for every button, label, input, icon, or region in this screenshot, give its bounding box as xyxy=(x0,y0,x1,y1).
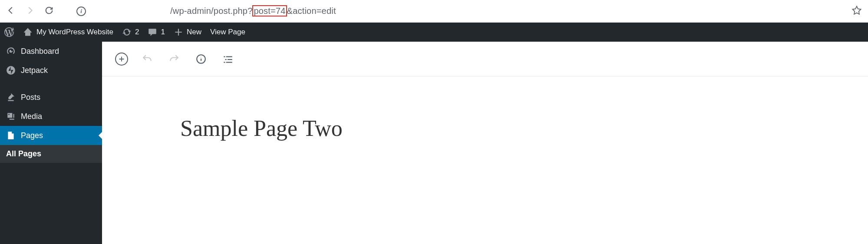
site-info-icon[interactable]: i xyxy=(76,7,86,16)
svg-rect-6 xyxy=(228,59,232,60)
view-page-link[interactable]: View Page xyxy=(210,28,245,36)
forward-button[interactable] xyxy=(25,6,35,17)
sidebar-item-dashboard[interactable]: Dashboard xyxy=(0,42,102,61)
svg-rect-5 xyxy=(225,59,227,60)
editor-toolbar xyxy=(102,42,868,76)
sidebar-item-media[interactable]: Media xyxy=(0,107,102,126)
back-button[interactable] xyxy=(6,6,16,17)
new-content-link[interactable]: New xyxy=(174,27,201,37)
svg-rect-7 xyxy=(224,62,225,63)
sidebar-submenu-all-pages[interactable]: All Pages xyxy=(0,145,102,163)
post-title[interactable]: Sample Page Two xyxy=(180,115,790,141)
url-text: /wp-admin/post.php?post=74&action=edit xyxy=(170,6,336,16)
admin-sidebar: Dashboard Jetpack Posts Media Pages All … xyxy=(0,42,102,244)
reload-button[interactable] xyxy=(44,6,54,17)
svg-point-0 xyxy=(7,66,15,75)
site-title-text: My WordPress Website xyxy=(36,28,113,36)
sidebar-item-pages[interactable]: Pages xyxy=(0,126,102,145)
svg-rect-4 xyxy=(226,56,232,57)
sidebar-item-posts[interactable]: Posts xyxy=(0,88,102,107)
block-editor: Sample Page Two xyxy=(102,42,868,244)
sidebar-label: Jetpack xyxy=(21,66,48,75)
wp-admin-bar: My WordPress Website 2 1 New View Page xyxy=(0,23,868,42)
svg-point-1 xyxy=(8,114,10,115)
new-label: New xyxy=(187,28,201,36)
sidebar-label: Dashboard xyxy=(21,47,59,56)
undo-button[interactable] xyxy=(139,51,155,67)
block-navigation-button[interactable] xyxy=(220,51,236,67)
comments-count: 1 xyxy=(161,28,165,36)
svg-rect-8 xyxy=(226,62,232,63)
svg-rect-3 xyxy=(224,56,225,57)
content-info-button[interactable] xyxy=(193,51,209,67)
updates-count: 2 xyxy=(135,28,139,36)
sidebar-item-jetpack[interactable]: Jetpack xyxy=(0,61,102,80)
site-title-link[interactable]: My WordPress Website xyxy=(23,27,113,37)
view-page-label: View Page xyxy=(210,28,245,36)
add-block-button[interactable] xyxy=(115,53,128,66)
redo-button[interactable] xyxy=(166,51,182,67)
address-bar[interactable]: i /wp-admin/post.php?post=74&action=edit xyxy=(63,6,842,16)
bookmark-star-icon[interactable] xyxy=(851,5,862,17)
wp-logo[interactable] xyxy=(4,27,14,37)
sidebar-label: Posts xyxy=(21,93,40,102)
browser-toolbar: i /wp-admin/post.php?post=74&action=edit xyxy=(0,0,868,23)
submenu-label: All Pages xyxy=(6,149,41,158)
updates-link[interactable]: 2 xyxy=(122,27,139,37)
sidebar-label: Pages xyxy=(21,131,43,140)
sidebar-label: Media xyxy=(21,112,42,121)
comments-link[interactable]: 1 xyxy=(148,27,165,37)
